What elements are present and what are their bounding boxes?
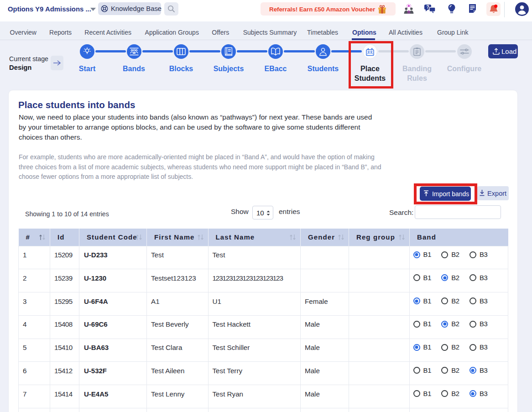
svg-text:?: ?	[426, 5, 429, 10]
